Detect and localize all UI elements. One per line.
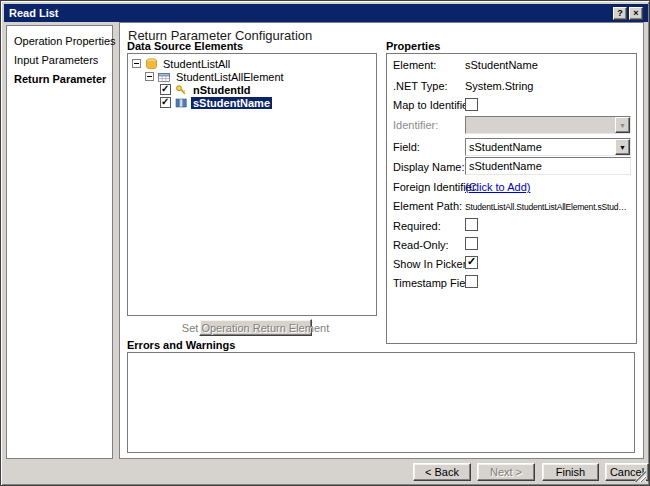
identifier-label: Identifier: [393, 119, 438, 131]
required-label: Required: [393, 220, 441, 232]
field-value: sStudentName [466, 141, 615, 153]
timestamp-field-checkbox[interactable] [465, 275, 478, 288]
identifier-combobox: ▼ [465, 116, 631, 134]
display-name-label: Display Name: [393, 161, 465, 173]
properties-label: Properties [386, 40, 440, 52]
database-icon [144, 58, 158, 70]
sidebar-item-return-parameter[interactable]: Return Parameter [7, 70, 112, 89]
sidebar-item-input-parameters[interactable]: Input Parameters [7, 51, 112, 70]
properties-panel: Element: sStudentName .NET Type: System.… [386, 53, 637, 344]
map-to-identifier-label: Map to Identifier: [393, 99, 475, 111]
set-operation-return-element-button: Set Operation Return Element [199, 319, 312, 336]
collapse-toggle-icon[interactable] [145, 72, 154, 81]
chevron-down-icon: ▼ [615, 117, 630, 133]
column-icon [174, 97, 188, 109]
tree-row-nstudentid[interactable]: nStudentId [130, 83, 374, 96]
net-type-label: .NET Type: [393, 80, 448, 92]
tree-item-label: StudentListAllElement [174, 71, 286, 83]
finish-button[interactable]: Finish [542, 463, 599, 481]
titlebar[interactable]: Read List ? × [4, 4, 648, 22]
display-name-input[interactable] [465, 157, 631, 175]
map-to-identifier-checkbox[interactable] [465, 98, 478, 111]
tree-row-studentlistall[interactable]: StudentListAll [130, 57, 374, 70]
read-only-label: Read-Only: [393, 239, 449, 251]
chevron-down-icon: ▼ [615, 139, 630, 155]
show-in-picker-label: Show In Picker: [393, 258, 469, 270]
tree-row-studentlistallelement[interactable]: StudentListAllElement [130, 70, 374, 83]
data-source-elements-label: Data Source Elements [127, 40, 243, 52]
window-title: Read List [4, 7, 613, 19]
tree-item-checkbox[interactable] [160, 84, 171, 95]
element-label: Element: [393, 59, 436, 71]
wizard-step-list: Operation Properties Input Parameters Re… [6, 25, 113, 459]
tree-item-label: nStudentId [191, 84, 252, 96]
next-button: Next > [477, 463, 535, 481]
net-type-value: System.String [465, 80, 533, 92]
tree-item-checkbox[interactable] [160, 97, 171, 108]
read-list-dialog: Read List ? × Operation Properties Input… [0, 0, 650, 486]
field-combobox[interactable]: sStudentName ▼ [465, 138, 631, 156]
show-in-picker-checkbox[interactable] [465, 256, 478, 269]
errors-and-warnings-label: Errors and Warnings [127, 339, 235, 351]
sidebar-item-operation-properties[interactable]: Operation Properties [7, 32, 112, 51]
tree-row-sstudentname[interactable]: sStudentName [130, 96, 374, 109]
read-only-checkbox[interactable] [465, 237, 478, 250]
field-label: Field: [393, 141, 420, 153]
required-checkbox[interactable] [465, 218, 478, 231]
main-panel: Return Parameter Configuration Data Sour… [119, 22, 644, 459]
back-button[interactable]: < Back [413, 463, 471, 481]
key-icon [174, 84, 188, 96]
element-path-value: StudentListAll.StudentListAllElement.sSt… [465, 202, 631, 212]
titlebar-buttons: ? × [613, 7, 643, 20]
help-icon[interactable]: ? [613, 7, 627, 20]
foreign-identifier-add-link[interactable]: (Click to Add) [465, 181, 530, 193]
data-source-tree: StudentListAll StudentListAllElement [127, 53, 377, 316]
element-path-label: Element Path: [393, 200, 462, 212]
tree-item-label: sStudentName [191, 97, 272, 109]
collapse-toggle-icon[interactable] [132, 59, 141, 68]
table-icon [157, 71, 171, 83]
errors-and-warnings-panel [127, 352, 635, 453]
close-icon[interactable]: × [629, 7, 643, 20]
tree-item-label: StudentListAll [161, 58, 232, 70]
element-value: sStudentName [465, 59, 538, 71]
